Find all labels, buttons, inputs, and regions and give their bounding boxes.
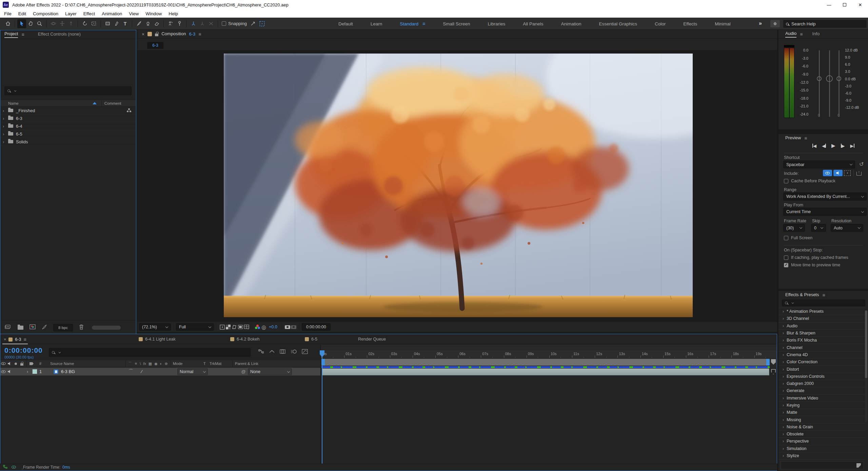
chevron-right-icon[interactable]: › xyxy=(783,453,784,458)
column-t[interactable]: T xyxy=(203,362,210,366)
timeline-tab[interactable]: × 6-3 ≡ xyxy=(4,337,26,342)
timeline-tab[interactable]: × 6-5 ≡ xyxy=(305,337,317,342)
close-button[interactable]: ✕ xyxy=(852,0,868,9)
new-composition-icon[interactable] xyxy=(29,324,36,331)
chevron-right-icon[interactable]: › xyxy=(783,331,784,335)
maximize-button[interactable] xyxy=(837,0,852,9)
if-caching-checkbox[interactable] xyxy=(784,255,788,260)
project-item-row[interactable]: › 6-3 xyxy=(1,115,136,122)
layer-expand-chevron[interactable]: › xyxy=(25,369,30,375)
chevron-right-icon[interactable]: › xyxy=(783,381,784,386)
menu-item[interactable]: Animation xyxy=(98,9,125,18)
effects-search-input[interactable] xyxy=(782,300,865,306)
local-axis-mode-icon[interactable] xyxy=(189,19,198,28)
master-slider-knob[interactable] xyxy=(826,75,833,82)
effect-category-row[interactable]: › Matte xyxy=(778,409,865,416)
effect-category-row[interactable]: › Cinema 4D xyxy=(778,351,865,359)
chevron-right-icon[interactable]: › xyxy=(3,124,5,129)
project-list-header[interactable]: Name Comment xyxy=(1,100,136,107)
layer-duration-bar[interactable] xyxy=(322,368,769,375)
workspace-tab[interactable]: Essential Graphics xyxy=(590,21,646,26)
playhead-line[interactable] xyxy=(322,350,322,464)
magnification-dropdown[interactable]: (72.1%) xyxy=(139,323,171,331)
cache-before-playback-checkbox[interactable] xyxy=(784,179,788,183)
chevron-right-icon[interactable]: › xyxy=(783,425,784,429)
menu-item[interactable]: Window xyxy=(142,9,165,18)
menu-item[interactable]: Effect xyxy=(80,9,98,18)
effect-category-row[interactable]: › Noise & Grain xyxy=(778,424,865,431)
graph-editor-icon[interactable] xyxy=(302,349,308,355)
chevron-right-icon[interactable]: › xyxy=(783,432,784,436)
camera-roi-tool-icon[interactable] xyxy=(89,19,98,28)
mask-visibility-icon[interactable] xyxy=(231,324,237,330)
chevron-right-icon[interactable]: › xyxy=(3,131,5,137)
choose-grid-guides-icon[interactable] xyxy=(243,324,250,330)
tab-project[interactable]: Project xyxy=(4,31,18,38)
chevron-right-icon[interactable]: › xyxy=(783,338,784,343)
help-search-input[interactable]: Search Help xyxy=(783,20,867,28)
workspace-tab[interactable]: Learn xyxy=(362,21,391,26)
region-of-interest-icon[interactable] xyxy=(237,324,243,330)
world-axis-mode-icon[interactable] xyxy=(198,19,206,28)
full-screen-checkbox[interactable] xyxy=(784,236,788,240)
tab-effect-controls[interactable]: Effect Controls (none) xyxy=(38,32,81,38)
time-ruler[interactable]: 0s01s02s03s04s05s06s07s08s09s10s11s12s13… xyxy=(321,350,777,358)
rectangle-tool-icon[interactable] xyxy=(103,19,112,28)
layer-shy-toggle[interactable]: ⌒ xyxy=(128,369,134,375)
next-frame-button[interactable]: ▶ xyxy=(841,143,845,148)
new-folder-icon[interactable] xyxy=(18,326,23,330)
project-settings-icon[interactable] xyxy=(42,324,47,331)
workspace-tab[interactable]: All Panels xyxy=(514,21,552,26)
take-snapshot-icon[interactable] xyxy=(284,324,291,330)
workspace-tab[interactable]: Color xyxy=(646,21,674,26)
panel-menu-icon[interactable]: ≡ xyxy=(21,32,24,37)
effect-category-row[interactable]: › Stylize xyxy=(778,452,865,459)
effect-category-row[interactable]: › Missing xyxy=(778,416,865,423)
tab-audio[interactable]: Audio xyxy=(785,31,796,38)
effect-category-row[interactable]: › Blur & Sharpen xyxy=(778,330,865,337)
tab-composition-label[interactable]: Composition xyxy=(161,31,186,37)
reset-icon[interactable]: ↺ xyxy=(859,161,864,167)
layer-marker-icon[interactable] xyxy=(771,369,776,374)
shy-toggle-icon[interactable] xyxy=(269,349,275,355)
play-from-dropdown[interactable]: Current Time xyxy=(783,208,867,216)
parent-pickwhip-icon[interactable]: @ xyxy=(240,369,246,375)
composition-viewport[interactable] xyxy=(137,50,777,322)
effect-category-row[interactable]: › Audio xyxy=(778,323,865,330)
move-time-checkbox[interactable] xyxy=(784,263,788,267)
column-number[interactable]: # xyxy=(35,362,45,366)
timeline-tab[interactable]: × 6-4.2 Bokeh ≡ xyxy=(230,337,259,342)
column-mode[interactable]: Mode xyxy=(173,362,203,366)
workspace-tab[interactable]: Animation xyxy=(552,21,590,26)
chevron-right-icon[interactable]: › xyxy=(3,116,5,121)
selection-tool-icon[interactable] xyxy=(17,19,26,28)
frame-blending-icon[interactable] xyxy=(280,349,286,355)
rotation-tool-icon[interactable] xyxy=(80,19,89,28)
fast-preview-icon[interactable] xyxy=(219,324,225,330)
minimize-button[interactable]: — xyxy=(821,0,837,9)
project-item-row[interactable]: › 6-4 xyxy=(1,122,136,130)
effect-category-row[interactable]: › Color Correction xyxy=(778,359,865,366)
panel-menu-icon[interactable]: ≡ xyxy=(198,32,201,37)
live-update-icon[interactable] xyxy=(3,464,8,470)
type-tool-icon[interactable]: T xyxy=(121,19,130,28)
panel-menu-icon[interactable]: ≡ xyxy=(23,337,26,342)
tab-composition-name[interactable]: 6-3 xyxy=(189,32,195,37)
play-button[interactable]: ▶ xyxy=(831,143,835,149)
shortcut-dropdown[interactable]: Spacebar xyxy=(783,161,855,168)
brush-tool-icon[interactable] xyxy=(135,19,143,28)
menu-item[interactable]: View xyxy=(125,9,142,18)
pen-tool-icon[interactable] xyxy=(112,19,121,28)
show-channel-icon[interactable] xyxy=(255,324,261,330)
layer-audio-toggle[interactable] xyxy=(6,369,13,375)
right-slider-knob[interactable] xyxy=(836,76,841,81)
effect-category-row[interactable]: › Obsolete xyxy=(778,431,865,438)
previous-frame-button[interactable]: ◀ xyxy=(822,143,826,148)
effect-category-row[interactable]: › Boris FX Mocha xyxy=(778,337,865,344)
layer-quality-toggle[interactable]: ∕ xyxy=(139,369,145,375)
left-slider-knob[interactable] xyxy=(817,76,822,81)
timeline-search-input[interactable] xyxy=(49,348,251,357)
tab-info[interactable]: Info xyxy=(812,31,820,37)
workspace-tab[interactable]: Small Screen xyxy=(434,21,479,26)
chevron-right-icon[interactable]: › xyxy=(783,374,784,379)
